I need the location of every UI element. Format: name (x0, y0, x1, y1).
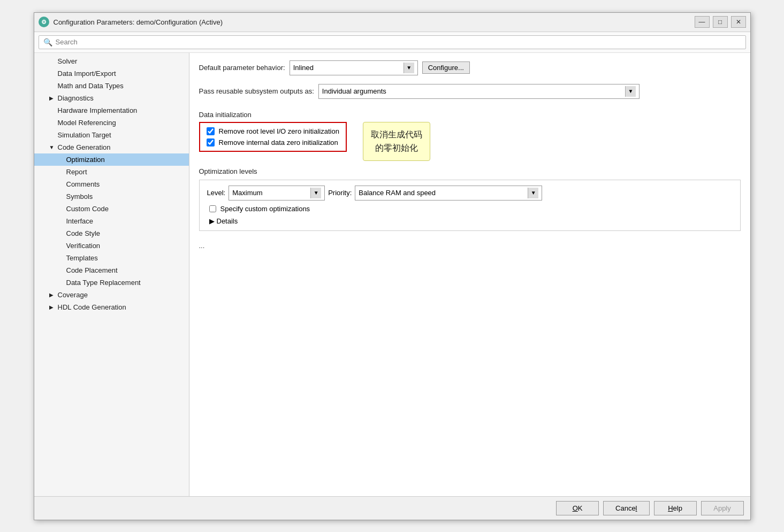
tooltip-line2: 的零初始化 (371, 141, 422, 155)
sidebar-label-diagnostics: Diagnostics (58, 94, 94, 102)
ok-label: OK (573, 504, 583, 512)
sidebar-label-report: Report (66, 168, 87, 176)
sidebar-label-code-placement: Code Placement (66, 266, 118, 274)
checkbox-row-2: Remove internal data zero initialization (207, 138, 339, 147)
sidebar-item-solver[interactable]: Solver (34, 55, 189, 67)
configure-button[interactable]: Configure... (422, 61, 470, 74)
remove-internal-data-checkbox[interactable] (207, 138, 215, 147)
sidebar-item-code-style[interactable]: Code Style (34, 227, 189, 240)
help-button[interactable]: Help (654, 501, 697, 515)
default-param-row: Default parameter behavior: Inlined ▼ Co… (199, 60, 741, 75)
details-label: Details (217, 217, 238, 225)
cancel-button[interactable]: Cancel (603, 501, 649, 515)
sidebar-label-sim-target: Simulation Target (58, 131, 111, 139)
content-area: Solver Data Import/Export Math and Data … (34, 53, 750, 496)
sidebar-label-symbols: Symbols (66, 192, 93, 201)
sidebar-item-templates[interactable]: Templates (34, 252, 189, 264)
sidebar-label-hardware: Hardware Implementation (58, 106, 138, 114)
main-panel: Default parameter behavior: Inlined ▼ Co… (189, 53, 750, 496)
sidebar-item-hdl-code-generation[interactable]: ▶ HDL Code Generation (34, 301, 189, 313)
sidebar-label-interface: Interface (66, 217, 94, 225)
searchbar: 🔍 (34, 32, 750, 53)
minimize-button[interactable]: — (695, 16, 710, 28)
specify-custom-label: Specify custom optimizations (220, 205, 310, 213)
sidebar-label-templates: Templates (66, 254, 98, 262)
help-label: Help (668, 504, 682, 512)
sidebar-label-comments: Comments (66, 180, 100, 188)
sidebar-label-data-import: Data Import/Export (58, 70, 116, 78)
sidebar-label-optimization: Optimization (66, 156, 105, 164)
sidebar-item-math-data-types[interactable]: Math and Data Types (34, 80, 189, 92)
sidebar-item-diagnostics[interactable]: ▶ Diagnostics (34, 92, 189, 104)
default-param-dropdown[interactable]: Inlined ▼ (290, 60, 418, 75)
arrow-right-diagnostics: ▶ (49, 95, 56, 101)
sidebar-item-verification[interactable]: Verification (34, 240, 189, 252)
pass-reusable-label: Pass reusable subsystem outputs as: (199, 87, 314, 95)
sidebar-item-interface[interactable]: Interface (34, 215, 189, 227)
level-dropdown[interactable]: Maximum ▼ (229, 186, 325, 201)
remove-internal-data-label: Remove internal data zero initialization (219, 138, 338, 147)
remove-root-level-checkbox[interactable] (207, 127, 215, 135)
specify-custom-checkbox[interactable] (209, 205, 216, 212)
app-icon: ⚙ (39, 17, 49, 27)
default-param-dropdown-arrow: ▼ (404, 63, 414, 73)
sidebar-label-verification: Verification (66, 242, 101, 250)
sidebar-label-custom-code: Custom Code (66, 205, 109, 213)
tooltip-line1: 取消生成代码 (371, 128, 422, 142)
remove-root-level-label: Remove root level I/O zero initializatio… (219, 127, 339, 135)
priority-value: Balance RAM and speed (359, 189, 526, 197)
sidebar-item-comments[interactable]: Comments (34, 178, 189, 190)
arrow-down-code-gen: ▼ (49, 144, 56, 150)
titlebar: ⚙ Configuration Parameters: demo/Configu… (34, 13, 750, 32)
sidebar-item-coverage[interactable]: ▶ Coverage (34, 289, 189, 301)
sidebar-item-data-type-replacement[interactable]: Data Type Replacement (34, 276, 189, 289)
sidebar-item-report[interactable]: Report (34, 166, 189, 178)
level-value: Maximum (232, 189, 308, 197)
titlebar-buttons: — □ ✕ (695, 16, 746, 28)
ellipsis-indicator: ... (199, 242, 741, 250)
sidebar-item-simulation-target[interactable]: Simulation Target (34, 129, 189, 141)
priority-dropdown-arrow: ▼ (528, 188, 538, 198)
sidebar-item-symbols[interactable]: Symbols (34, 190, 189, 203)
sidebar-label-hdl: HDL Code Generation (58, 303, 126, 311)
sidebar-label-coverage: Coverage (58, 291, 88, 299)
default-param-value: Inlined (293, 64, 401, 72)
pass-reusable-dropdown-arrow: ▼ (625, 86, 636, 97)
data-init-box: Remove root level I/O zero initializatio… (199, 122, 347, 152)
checkbox-row-1: Remove root level I/O zero initializatio… (207, 127, 339, 135)
tooltip-box: 取消生成代码 的零初始化 (363, 122, 430, 161)
sidebar-label-data-type-replacement: Data Type Replacement (66, 279, 141, 287)
apply-button[interactable]: Apply (701, 501, 744, 515)
arrow-right-coverage: ▶ (49, 292, 56, 298)
data-init-section: Data initialization Remove root level I/… (199, 107, 741, 161)
sidebar-item-model-referencing[interactable]: Model Referencing (34, 117, 189, 129)
search-icon: 🔍 (43, 38, 52, 47)
sidebar: Solver Data Import/Export Math and Data … (34, 53, 189, 496)
sidebar-label-solver: Solver (58, 57, 78, 65)
opt-levels-title: Optimization levels (199, 167, 741, 175)
details-row[interactable]: ▶ Details (207, 217, 733, 225)
level-dropdown-arrow: ▼ (310, 188, 321, 198)
maximize-button[interactable]: □ (713, 16, 728, 28)
sidebar-item-optimization[interactable]: Optimization (34, 153, 189, 166)
sidebar-item-code-placement[interactable]: Code Placement (34, 264, 189, 276)
search-wrap: 🔍 (39, 35, 746, 49)
opt-levels-section: Optimization levels Level: Maximum ▼ Pri… (199, 167, 741, 231)
data-init-row: Remove root level I/O zero initializatio… (199, 122, 741, 161)
pass-reusable-dropdown[interactable]: Individual arguments ▼ (318, 84, 640, 99)
configuration-parameters-window: ⚙ Configuration Parameters: demo/Configu… (34, 12, 751, 520)
priority-label: Priority: (328, 189, 352, 197)
close-button[interactable]: ✕ (731, 16, 746, 28)
sidebar-item-custom-code[interactable]: Custom Code (34, 203, 189, 215)
priority-dropdown[interactable]: Balance RAM and speed ▼ (355, 186, 542, 201)
sidebar-item-data-import-export[interactable]: Data Import/Export (34, 67, 189, 80)
pass-reusable-value: Individual arguments (322, 87, 623, 95)
custom-opt-row: Specify custom optimizations (207, 205, 733, 213)
search-input[interactable] (56, 38, 741, 46)
sidebar-item-hardware-implementation[interactable]: Hardware Implementation (34, 104, 189, 117)
arrow-right-hdl: ▶ (49, 304, 56, 310)
ok-button[interactable]: OK (556, 501, 599, 515)
level-label: Level: (207, 189, 226, 197)
sidebar-item-code-generation[interactable]: ▼ Code Generation (34, 141, 189, 153)
default-param-label: Default parameter behavior: (199, 64, 285, 72)
